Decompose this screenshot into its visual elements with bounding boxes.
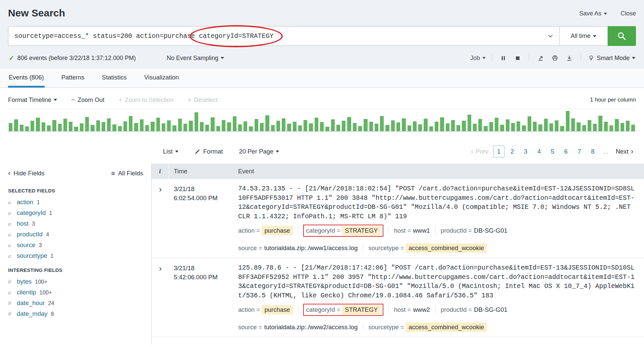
search-button[interactable] [608,26,636,46]
timeline-bar[interactable] [631,125,635,131]
all-fields-button[interactable]: ≡ All Fields [111,170,143,177]
timeline-chart[interactable] [8,109,636,131]
timeline-bar[interactable] [151,122,154,131]
search-mode-menu[interactable]: Smart Mode [588,55,635,62]
timeline-bar[interactable] [315,118,318,131]
hide-fields-button[interactable]: ‹ Hide Fields [8,170,45,177]
timeline-bar[interactable] [216,126,220,131]
event-sampling-menu[interactable]: No Event Sampling [167,55,224,62]
timeline-bar[interactable] [20,125,23,131]
timeline-bar[interactable] [69,122,72,131]
field-tag-value[interactable]: STRATEGY [342,226,380,235]
field-tag-host[interactable]: host = www1 [394,226,430,235]
timeline-bar[interactable] [52,120,56,131]
timeline-bar[interactable] [598,116,602,131]
print-button[interactable] [552,55,558,61]
field-tag-value[interactable]: access_combined_wcookie [406,243,487,253]
field-tag-value[interactable]: tutorialdata.zip:./www2/access.log [264,323,358,332]
timeline-bar[interactable] [593,124,597,131]
timeline-bar[interactable] [424,119,427,131]
timeline-bar[interactable] [385,125,389,131]
timeline-bar[interactable] [402,118,406,131]
field-tag-value[interactable]: purchase [262,226,292,235]
timeline-bar[interactable] [244,121,247,131]
timeline-bar[interactable] [446,123,449,131]
timeline-bar[interactable] [249,126,253,131]
list-view-menu[interactable]: List [163,148,178,155]
field-tag-action[interactable]: action = purchase [238,226,293,235]
timeline-bar[interactable] [14,119,18,131]
timeline-bar[interactable] [189,121,193,131]
timeline-bar[interactable] [325,127,329,131]
export-button[interactable] [566,55,573,61]
timeline-bar[interactable] [621,123,624,131]
timeline-bar[interactable] [58,124,62,131]
timeline-bar[interactable] [528,116,531,131]
timeline-bar[interactable] [408,125,411,131]
field-tag-value[interactable]: tutorialdata.zip:./www1/access.log [264,244,358,252]
page-button-7[interactable]: 7 [574,146,585,158]
timeline-bar[interactable] [571,118,575,131]
timeline-bar[interactable] [36,118,40,131]
time-column-header[interactable]: Time [169,164,238,179]
field-tag-productId[interactable]: productId = DB-SG-G01 [441,305,508,314]
field-tag-value[interactable]: STRATEGY [342,305,380,314]
timeline-bar[interactable] [582,125,586,131]
timeline-bar[interactable] [473,124,477,131]
expand-event-icon[interactable]: › [159,185,162,193]
timeline-bar[interactable] [74,127,78,131]
timeline-bar[interactable] [364,119,367,131]
timeline-bar[interactable] [538,124,542,131]
timeline-bar[interactable] [287,124,291,131]
field-tag-sourcetype[interactable]: sourcetype = access_combined_wcookie [368,323,487,332]
timeline-bar[interactable] [588,120,591,131]
page-button-8[interactable]: 8 [587,146,598,158]
timeline-bar[interactable] [123,121,127,131]
timeline-bar[interactable] [9,123,12,131]
page-button-5[interactable]: 5 [547,146,558,158]
timeline-bar[interactable] [375,124,378,131]
timeline-bar[interactable] [178,119,182,131]
timeline-bar[interactable] [162,123,165,131]
timeline-bar[interactable] [435,122,438,131]
page-button-2[interactable]: 2 [506,146,518,158]
tab-visualization[interactable]: Visualization [144,69,180,88]
timeline-bar[interactable] [167,120,171,131]
timeline-bar[interactable] [112,124,116,131]
timeline-bar[interactable] [484,126,487,131]
timeline-bar[interactable] [140,119,144,131]
timeline-bar[interactable] [80,123,84,131]
timeline-bar[interactable] [271,125,275,131]
timeline-bar[interactable] [227,122,231,131]
field-tag-value[interactable]: purchase [262,305,292,314]
timeline-bar[interactable] [609,125,613,131]
time-range-picker[interactable]: All time [559,26,608,46]
timeline-bar[interactable] [429,126,433,131]
timeline-bar[interactable] [304,120,307,131]
timeline-bar[interactable] [347,117,351,131]
timeline-bar[interactable] [129,116,132,131]
timeline-bar[interactable] [63,119,67,131]
field-item-sourcetype[interactable]: asourcetype1 [8,250,143,261]
timeline-bar[interactable] [276,121,280,131]
timeline-bar[interactable] [211,117,214,131]
timeline-bar[interactable] [205,125,209,131]
timeline-bar[interactable] [102,122,105,131]
field-tag-sourcetype[interactable]: sourcetype = access_combined_wcookie [368,243,487,253]
stop-job-button[interactable] [515,55,521,61]
field-item-date_hour[interactable]: #date_hour24 [8,298,143,308]
timeline-bar[interactable] [233,116,236,131]
field-tag-source[interactable]: source = tutorialdata.zip:./www1/access.… [238,244,358,252]
field-item-bytes[interactable]: #bytes100+ [8,276,143,287]
timeline-bar[interactable] [604,122,608,131]
timeline-bar[interactable] [260,123,264,131]
timeline-bar[interactable] [331,119,335,131]
timeline-bar[interactable] [566,111,570,131]
expand-event-icon[interactable]: › [159,265,162,273]
timeline-bar[interactable] [222,120,225,131]
timeline-bar[interactable] [238,124,242,131]
page-button-6[interactable]: 6 [560,146,572,158]
field-item-categoryId[interactable]: acategoryId1 [8,208,143,218]
timeline-bar[interactable] [413,121,417,131]
search-history-chevron-icon[interactable] [548,34,553,38]
